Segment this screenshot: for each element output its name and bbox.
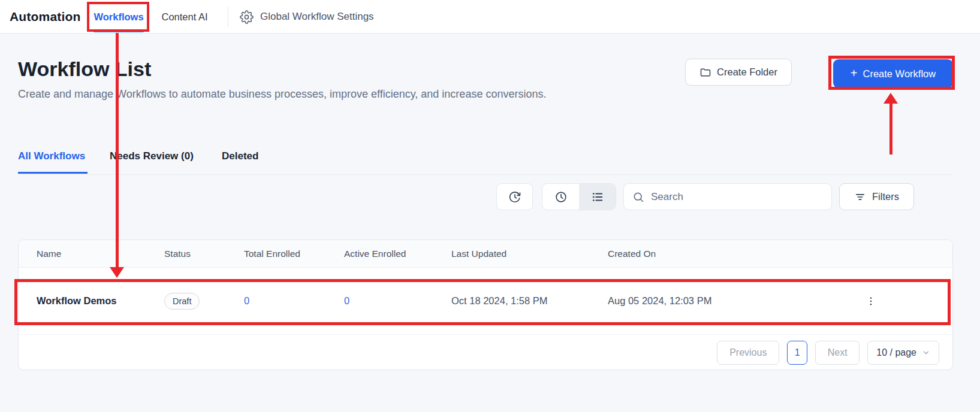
global-workflow-settings-link[interactable]: Global Workflow Settings [240, 0, 374, 34]
status-badge: Draft [164, 293, 200, 310]
search-box [623, 183, 832, 210]
top-navigation-bar: Automation Workflows Content AI Global W… [0, 0, 980, 34]
create-workflow-label: Create Workflow [863, 68, 936, 80]
total-enrolled-link[interactable]: 0 [244, 295, 344, 307]
chevron-down-icon [922, 349, 930, 357]
row-actions-button[interactable] [862, 292, 880, 310]
enrollment-history-button[interactable] [496, 183, 533, 210]
column-header-name: Name [37, 249, 164, 259]
folder-icon [699, 66, 711, 78]
previous-page-button[interactable]: Previous [717, 341, 779, 365]
next-page-button[interactable]: Next [815, 341, 860, 365]
history-icon [508, 190, 521, 204]
page-size-label: 10 / page [876, 347, 916, 358]
filters-label: Filters [872, 191, 899, 202]
topbar-divider [228, 7, 228, 27]
create-workflow-button[interactable]: + Create Workflow [833, 59, 953, 88]
created-on-value: Aug 05 2024, 12:03 PM [608, 295, 862, 307]
column-header-active-enrolled: Active Enrolled [344, 249, 451, 259]
workflow-name[interactable]: Workflow Demos [37, 295, 164, 307]
kebab-menu-icon [866, 296, 876, 307]
plus-icon: + [851, 67, 858, 79]
column-header-status: Status [164, 249, 244, 259]
list-view-segment[interactable] [579, 184, 616, 210]
gear-icon [240, 10, 254, 24]
workflow-table-card: Name Status Total Enrolled Active Enroll… [18, 240, 953, 370]
tab-all-workflows[interactable]: All Workflows [18, 150, 85, 162]
filter-icon [854, 191, 866, 203]
pagination: Previous 1 Next 10 / page [19, 335, 952, 370]
recent-view-segment[interactable] [542, 184, 579, 210]
search-icon [632, 191, 644, 203]
create-folder-button[interactable]: Create Folder [685, 59, 792, 86]
page-title: Workflow List [18, 57, 151, 81]
last-updated-value: Oct 18 2024, 1:58 PM [451, 295, 608, 307]
global-workflow-settings-label: Global Workflow Settings [260, 11, 374, 23]
active-tab-underline [94, 31, 144, 32]
top-tab-workflows-label: Workflows [94, 11, 143, 23]
page-description: Create and manage Workflows to automate … [18, 85, 560, 103]
list-view-icon [591, 190, 604, 204]
top-tab-workflows[interactable]: Workflows [91, 0, 146, 34]
clock-icon [554, 190, 568, 204]
filters-button[interactable]: Filters [839, 183, 914, 210]
tab-needs-review[interactable]: Needs Review (0) [110, 150, 194, 162]
create-folder-label: Create Folder [717, 66, 777, 78]
top-tab-content-ai-label: Content AI [161, 11, 207, 23]
top-tab-content-ai[interactable]: Content AI [161, 0, 209, 34]
column-header-total-enrolled: Total Enrolled [244, 249, 344, 259]
annotation-arrow-line-to-create [889, 103, 892, 154]
automation-page: Automation Workflows Content AI Global W… [0, 0, 980, 412]
app-title: Automation [10, 0, 81, 34]
column-header-last-updated: Last Updated [451, 249, 608, 259]
table-row[interactable]: Workflow Demos Draft 0 0 Oct 18 2024, 1:… [19, 268, 952, 335]
view-tab-active-underline [18, 172, 88, 174]
page-number-button[interactable]: 1 [787, 341, 807, 365]
annotation-arrowhead-up [883, 93, 898, 104]
page-size-select[interactable]: 10 / page [867, 341, 939, 365]
active-enrolled-link[interactable]: 0 [344, 295, 451, 307]
view-mode-toggle [542, 183, 616, 210]
column-header-created-on: Created On [608, 249, 862, 259]
tab-deleted[interactable]: Deleted [222, 150, 258, 162]
tabs-divider [18, 174, 953, 175]
table-header-row: Name Status Total Enrolled Active Enroll… [19, 240, 952, 268]
search-input[interactable] [650, 190, 823, 204]
